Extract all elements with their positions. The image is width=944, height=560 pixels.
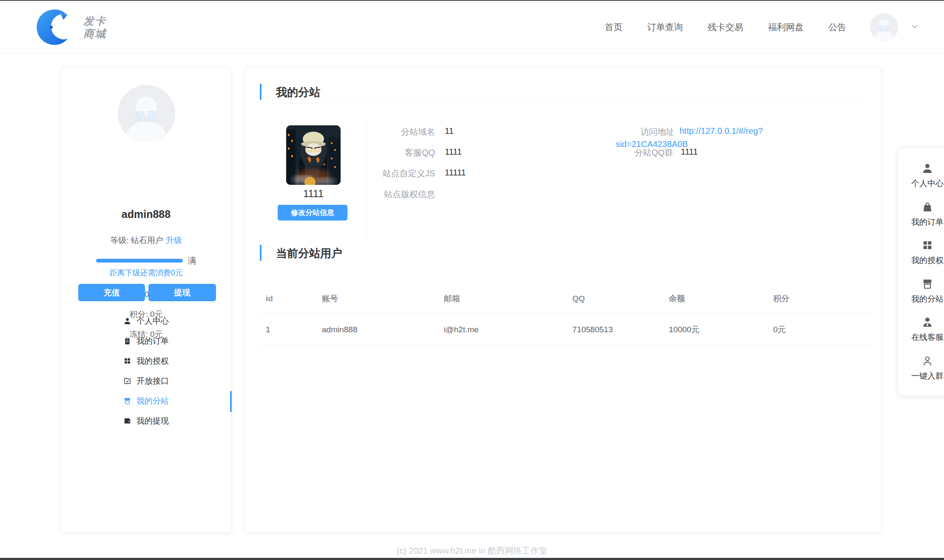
table-cell-4: 10000元 xyxy=(663,324,767,335)
level-row: 等级: 钻石用户升级 xyxy=(61,235,231,246)
table-header-3: QQ xyxy=(566,280,663,303)
table-cell-3: 710580513 xyxy=(566,325,663,334)
users-section-title: 当前分站用户 xyxy=(276,246,342,261)
subsite-icon xyxy=(123,397,131,405)
field-label-0: 分站域名 xyxy=(333,126,435,138)
sidebar-item-label: 个人中心 xyxy=(136,316,169,327)
field-label-2: 站点自定义JS xyxy=(333,168,435,179)
field-value-1: 1111 xyxy=(445,147,462,157)
active-menu-indicator xyxy=(230,391,232,412)
bag-icon xyxy=(921,201,933,213)
sidebar-item-0[interactable]: 个人中心 xyxy=(61,311,231,331)
table-header-1: 账号 xyxy=(316,279,438,304)
quickbar-item-label: 个人中心 xyxy=(911,178,944,189)
section-accent-bar xyxy=(260,245,262,261)
sidebar-item-label: 我的授权 xyxy=(136,356,169,367)
nav-item-1[interactable]: 订单查询 xyxy=(647,21,683,33)
quickbar-item-label: 一键入群 xyxy=(911,371,944,382)
nav-item-2[interactable]: 残卡交易 xyxy=(708,21,743,33)
quickbar-item-2[interactable]: 我的授权 xyxy=(898,239,944,266)
progress-bar xyxy=(96,259,183,263)
sidebar-item-label: 我的订单 xyxy=(136,336,169,347)
upgrade-link[interactable]: 升级 xyxy=(166,236,182,245)
sidebar-item-5[interactable]: 我的提现 xyxy=(61,411,231,431)
logo-icon xyxy=(37,8,76,47)
quickbar-item-label: 我的分站 xyxy=(911,294,944,305)
chevron-down-icon[interactable] xyxy=(910,22,919,33)
logo-text: 发卡 商城 xyxy=(83,14,106,40)
orders-icon xyxy=(123,337,131,345)
quickbar-item-label: 我的订单 xyxy=(911,217,944,228)
api-icon xyxy=(123,377,131,385)
user-avatar[interactable]: 酷西 xyxy=(870,13,898,41)
withdraw-button[interactable]: 提现 xyxy=(148,284,216,301)
nav-item-4[interactable]: 公告 xyxy=(828,21,846,33)
nav-item-3[interactable]: 福利网盘 xyxy=(768,21,804,33)
vertical-divider xyxy=(366,122,367,242)
subsite-users-table: id账号邮箱QQ余额积分 1admin888i@h2t.me7105805131… xyxy=(260,269,870,346)
visit-url-label: 访问地址 xyxy=(572,126,674,138)
table-row[interactable]: 1admin888i@h2t.me71058051310000元0元 xyxy=(260,313,870,346)
subsite-section-title: 我的分站 xyxy=(276,85,320,100)
grid-icon xyxy=(921,239,933,251)
table-header-2: 邮箱 xyxy=(438,279,566,304)
subsite-name: 1111 xyxy=(286,188,341,200)
progress-full-label: 满 xyxy=(188,255,196,266)
quickbar-item-1[interactable]: 我的订单 xyxy=(898,201,944,228)
edit-subsite-button[interactable]: 修改分站信息 xyxy=(278,205,347,221)
username: admin888 xyxy=(61,208,231,221)
quickbar-item-0[interactable]: 个人中心 xyxy=(898,162,944,189)
group-icon xyxy=(921,355,933,367)
service-icon xyxy=(921,316,933,328)
level-label: 等级: 钻石用户 xyxy=(110,236,163,245)
nav-item-0[interactable]: 首页 xyxy=(605,21,623,33)
field-value-2: 11111 xyxy=(445,168,466,178)
table-header-0: id xyxy=(260,280,316,303)
footer-copyright: (c) 2021 www.h2t.me in 酷西网络工作室 xyxy=(0,545,944,557)
table-body: 1admin888i@h2t.me71058051310000元0元 xyxy=(260,313,870,346)
sidebar-item-2[interactable]: 我的授权 xyxy=(61,351,231,371)
level-progress: 满 xyxy=(61,255,231,266)
grid-icon xyxy=(123,357,131,365)
visit-link-line1[interactable]: http://127.0.0.1/#/reg? xyxy=(680,126,763,136)
table-header-5: 积分 xyxy=(767,279,870,304)
quickbar-item-label: 我的授权 xyxy=(911,255,944,266)
table-cell-5: 0元 xyxy=(767,324,870,335)
sidebar-item-label: 开放接口 xyxy=(136,376,169,387)
subsite-card: 我的分站 xyxy=(245,68,881,533)
table-cell-0: 1 xyxy=(260,325,316,334)
visit-link-line2[interactable]: sid=21CA4238A0B xyxy=(616,139,688,149)
recharge-button[interactable]: 充值 xyxy=(78,284,145,301)
screen: 发卡 商城 首页订单查询残卡交易福利网盘公告 酷西 酷西 xyxy=(0,0,944,560)
profile-avatar: 酷西 xyxy=(118,85,175,142)
user-icon xyxy=(123,317,131,325)
app-logo[interactable]: 发卡 商城 xyxy=(37,8,106,47)
field-label-3: 站点版权信息 xyxy=(333,189,435,200)
store-icon xyxy=(921,278,933,290)
quickbar-item-3[interactable]: 我的分站 xyxy=(898,278,944,305)
navbar: 发卡 商城 首页订单查询残卡交易福利网盘公告 酷西 xyxy=(0,1,944,54)
profile-card: 酷西 admin888 等级: 钻石用户升级 满 距离下级还需消费0元 余额: … xyxy=(60,68,232,533)
section-accent-bar xyxy=(260,84,262,100)
svg-text:酷西: 酷西 xyxy=(878,25,890,31)
table-header-row: id账号邮箱QQ余额积分 xyxy=(260,269,870,313)
table-cell-1: admin888 xyxy=(316,325,438,334)
quickbar-item-label: 在线客服 xyxy=(911,332,944,343)
window-bottom-edge xyxy=(0,558,944,560)
profile-menu: 个人中心我的订单我的授权开放接口我的分站我的提现 xyxy=(61,311,231,431)
quickbar: 个人中心我的订单我的授权我的分站在线客服一键入群 xyxy=(898,148,944,396)
next-level-hint: 距离下级还需消费0元 xyxy=(61,268,231,278)
table-cell-2: i@h2t.me xyxy=(438,325,566,334)
wallet-icon xyxy=(123,417,131,425)
sidebar-item-4[interactable]: 我的分站 xyxy=(61,391,231,411)
table-header-4: 余额 xyxy=(663,279,767,304)
user-icon xyxy=(921,162,933,174)
quickbar-item-5[interactable]: 一键入群 xyxy=(898,355,944,382)
section-divider xyxy=(260,104,870,104)
sidebar-item-label: 我的提现 xyxy=(136,416,169,427)
quickbar-item-4[interactable]: 在线客服 xyxy=(898,316,944,343)
sidebar-item-3[interactable]: 开放接口 xyxy=(61,371,231,391)
sidebar-item-label: 我的分站 xyxy=(136,396,169,407)
subsite-logo-image xyxy=(286,125,341,185)
sidebar-item-1[interactable]: 我的订单 xyxy=(61,331,231,351)
